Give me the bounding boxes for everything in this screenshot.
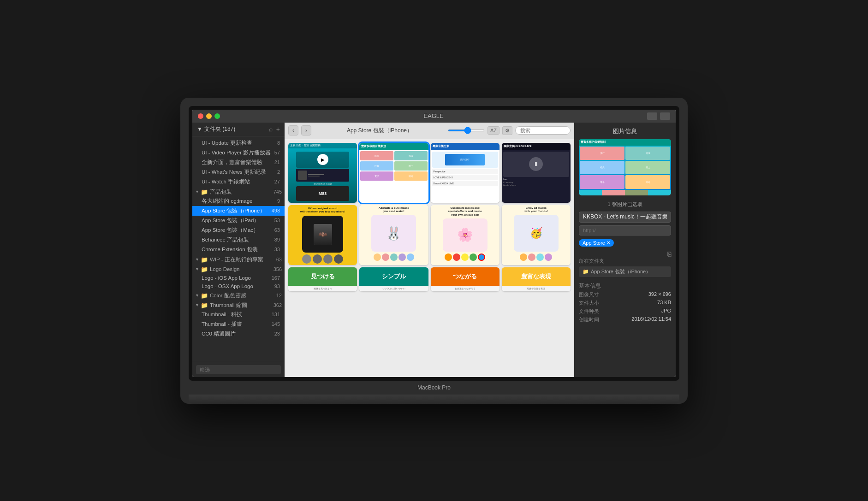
sidebar-group-count: 745 — [273, 189, 282, 195]
sidebar-item-label: Thumbnail - 插畫 — [202, 321, 270, 328]
sidebar-item-ui-update[interactable]: UI - Update 更新检查 8 — [192, 138, 285, 148]
app-title: EAGLE — [423, 112, 443, 119]
sidebar-item-count: 63 — [274, 227, 280, 233]
info-row-filetype: 文件种类 JPG — [579, 308, 671, 315]
grid-item-5[interactable]: FX and original soundwill transform you … — [288, 205, 357, 265]
sc-img-1: 全新介面・豐富音樂體驗 ▶ — [288, 143, 357, 203]
selected-count-text: 1 张图片已选取 — [579, 201, 671, 208]
sidebar-group-logo-label: Logo Design — [210, 266, 272, 272]
tag-appstore[interactable]: App Store ✕ — [579, 239, 614, 247]
close-button[interactable] — [198, 113, 203, 119]
sidebar-group-packaging[interactable]: ▼ 📁 产品包装 745 — [192, 187, 285, 196]
color-swatch-1 — [579, 190, 602, 195]
folder-icon-color: 📁 — [201, 292, 208, 299]
forward-button[interactable]: › — [301, 125, 311, 136]
grid-item-9[interactable]: 見つける 画像を見つけよう — [288, 267, 357, 291]
grid-row-1: 全新介面・豐富音樂體驗 ▶ — [288, 143, 571, 203]
sidebar-item-label: Logo - OSX App Logo — [202, 283, 273, 289]
sidebar-item-appstore-mac[interactable]: App Store 包裝（Mac） 63 — [192, 225, 285, 235]
grid-row-2: FX and original soundwill transform you … — [288, 205, 571, 265]
macbook-label: MacBook Pro — [417, 384, 451, 391]
grid-item-2[interactable]: 豐富多樣的音樂類別 流行 搖滾 经典 爵士 電子 嘻哈 — [359, 143, 428, 203]
add-folder-icon[interactable]: + — [276, 125, 280, 133]
sidebar-item-watch[interactable]: UI - Watch 手錶網站 27 — [192, 177, 285, 187]
sidebar-item-ui-video-player[interactable]: UI - Video Player 影片播放器 57 — [192, 148, 285, 158]
grid-item-4[interactable]: 獨家主揭KKBOX LIVE ⏸ Leon It's amazin — [502, 143, 571, 203]
sc-img-11: つながる — [431, 267, 499, 286]
sidebar-item-logo-ios[interactable]: Logo - iOS App Logo 167 — [192, 274, 285, 282]
folder-section: 所在文件夹 📁 App Store 包裝（iPhone） — [579, 258, 671, 281]
sidebar-item-count: 89 — [274, 237, 280, 242]
sidebar-group-logo[interactable]: ▼ 📁 Logo Design 356 — [192, 264, 285, 274]
tag-close-icon[interactable]: ✕ — [606, 240, 610, 245]
sidebar-item-label: 各大網站的 og:image — [202, 198, 275, 205]
kkbox-bar-1: 全新介面・豐富音樂體驗 — [288, 143, 357, 148]
back-button[interactable]: ‹ — [288, 125, 298, 136]
grid-area: 全新介面・豐富音樂體驗 ▶ — [285, 139, 574, 377]
sidebar-item-behancee[interactable]: Behancee 产品包装 89 — [192, 235, 285, 245]
sidebar-item-appstore-iphone[interactable]: App Store 包裝（iPhone） 498 — [192, 206, 285, 216]
window-controls — [647, 112, 670, 120]
info-value-filetype: JPG — [661, 308, 671, 315]
info-section-title: 基本信息 — [579, 283, 671, 289]
sidebar: ▼ 文件夹 (187) ⌕ + UI - Update 更新检查 8 — [192, 123, 285, 377]
filter-button[interactable]: ⚙ — [502, 126, 512, 135]
search-icon[interactable]: ⌕ — [269, 125, 273, 133]
view-icon-1[interactable] — [647, 112, 657, 120]
right-panel: 图片信息 豐富多樣的音樂類別 流行 搖滾 经典 爵士 — [574, 123, 676, 377]
sidebar-item-whats-news[interactable]: UI - What's News 更新纪录 2 — [192, 167, 285, 177]
screen-bezel: EAGLE ▼ 文件夹 (187) ⌕ — [189, 106, 679, 381]
chevron-icon-thumb: ▼ — [195, 303, 199, 307]
folder-count-label: 文件夹 (187) — [204, 125, 235, 133]
grid-item-8[interactable]: Enjoy all maskswith your friends! 🥳 — [502, 205, 571, 265]
tag-label: App Store — [583, 240, 605, 246]
sidebar-item-og-image[interactable]: 各大網站的 og:image 9 — [192, 196, 285, 206]
image-url-input[interactable] — [579, 225, 671, 236]
grid-item-1[interactable]: 全新介面・豐富音樂體驗 ▶ — [288, 143, 357, 203]
view-icon-2[interactable] — [660, 112, 670, 120]
grid-item-12[interactable]: 豊富な表現 写真で自分を表現 — [502, 267, 571, 291]
chevron-icon-wip: ▼ — [195, 257, 199, 262]
sidebar-item-count: 93 — [274, 283, 280, 289]
filter-input[interactable] — [196, 365, 281, 374]
sidebar-group-wip[interactable]: ▼ 📁 WIP - 正在執行的專案 63 — [192, 254, 285, 264]
sidebar-item-cc0[interactable]: CC0 精選圖片 23 — [192, 329, 285, 339]
sidebar-item-label: Behancee 产品包装 — [202, 236, 273, 243]
panel-folder-link[interactable]: 📁 App Store 包裝（iPhone） — [579, 266, 671, 277]
info-label-created: 创建时间 — [579, 316, 599, 323]
sidebar-item-label: 全新介面，豐富音樂體驗 — [202, 159, 273, 166]
grid-item-11[interactable]: つながる お友達とつながろう — [431, 267, 499, 291]
sidebar-item-chrome-ext[interactable]: Chrome Extension 包装 33 — [192, 245, 285, 254]
screen: EAGLE ▼ 文件夹 (187) ⌕ — [192, 110, 676, 377]
content-area: ‹ › App Store 包裝（iPhone） AZ ⚙ — [285, 123, 574, 377]
sidebar-item-thumb-tech[interactable]: Thumbnail - 科技 131 — [192, 310, 285, 319]
sc-img-2: 豐富多樣的音樂類別 流行 搖滾 经典 爵士 電子 嘻哈 — [359, 143, 428, 203]
zoom-slider[interactable] — [448, 130, 485, 131]
search-input[interactable] — [515, 126, 571, 135]
image-name-input[interactable] — [579, 212, 671, 223]
sidebar-group-logo-count: 356 — [273, 266, 282, 272]
sidebar-item-thumb-illus[interactable]: Thumbnail - 插畫 145 — [192, 319, 285, 329]
grid-item-6[interactable]: Adorable & cute masksyou can't resist! 🐰 — [359, 205, 428, 265]
panel-preview-content: 豐富多樣的音樂類別 流行 搖滾 经典 爵士 電子 嘻哈 — [579, 139, 671, 190]
folder-icon-thumb: 📁 — [201, 302, 208, 309]
maximize-button[interactable] — [214, 113, 220, 119]
grid-item-3[interactable]: 專業音樂分類 西洋流行 — [431, 143, 499, 203]
sidebar-item-logo-osx[interactable]: Logo - OSX App Logo 93 — [192, 282, 285, 290]
grid-item-10[interactable]: シンプル シンプルに使いやすい — [359, 267, 428, 291]
sidebar-bottom — [192, 362, 285, 377]
app-area: ▼ 文件夹 (187) ⌕ + UI - Update 更新检查 8 — [192, 123, 676, 377]
sidebar-item-count: 57 — [274, 150, 280, 155]
sidebar-group-label: 产品包装 — [210, 189, 272, 195]
sidebar-group-thumbnail[interactable]: ▼ 📁 Thumbnail 縮圖 362 — [192, 300, 285, 310]
sort-button[interactable]: AZ — [488, 126, 499, 135]
copy-button[interactable]: ⎘ — [667, 250, 671, 258]
minimize-button[interactable] — [206, 113, 212, 119]
sidebar-item-count: 131 — [272, 312, 280, 317]
sidebar-group-color[interactable]: ▼ 📁 Color 配色靈感 12 — [192, 290, 285, 300]
grid-item-7[interactable]: Customize masks andspecial effects and c… — [431, 205, 499, 265]
sidebar-item-appstore-ipad[interactable]: App Store 包裝（iPad） 53 — [192, 216, 285, 225]
sidebar-item-ui-video-player-app[interactable]: 全新介面，豐富音樂體驗 21 — [192, 158, 285, 167]
sidebar-item-label: UI - Video Player 影片播放器 — [202, 149, 273, 156]
sidebar-item-count: 53 — [274, 218, 280, 223]
